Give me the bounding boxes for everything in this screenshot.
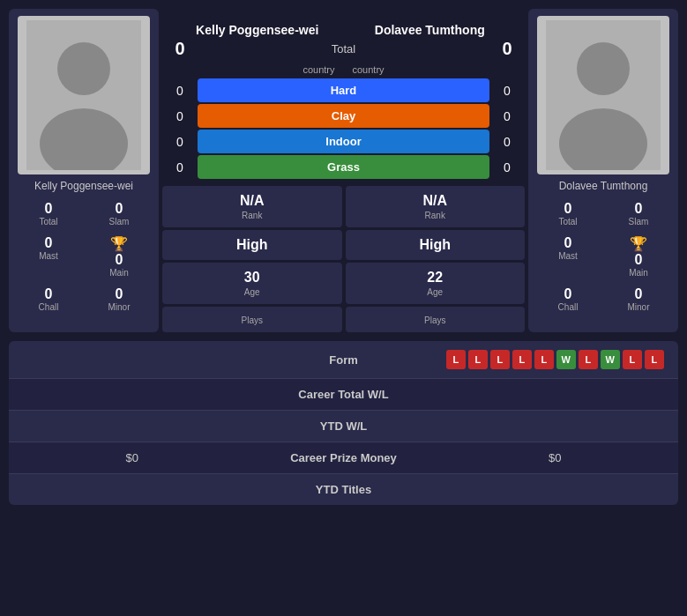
p2-country: country	[353, 64, 385, 75]
career-wl-right	[432, 386, 679, 404]
p2-high-card: High	[346, 230, 526, 260]
surface-rows: 0 Hard 0 0 Clay 0 0 Indoor 0 0 Grass 0	[162, 78, 525, 181]
p1-rank-value: N/A	[166, 193, 339, 209]
player2-slam-cell: 0 Slam	[604, 197, 673, 230]
player1-chall-value: 0	[14, 286, 83, 302]
ytd-titles-row: YTD Titles	[9, 474, 678, 505]
players-section: Kelly Poggensee-wei 0 Total 0 Slam 0 Mas…	[9, 9, 678, 332]
player1-stats: 0 Total 0 Slam 0 Mast 🏆 0 Main 0	[9, 197, 159, 315]
form-badges: LLLLLWLWLL	[439, 350, 672, 369]
total-row: 0 Total 0	[162, 39, 525, 59]
player2-chall-value: 0	[534, 286, 602, 302]
p2-plays-card: Plays	[346, 307, 526, 332]
player1-avatar	[18, 16, 150, 174]
surface-btn-grass[interactable]: Grass	[198, 155, 489, 179]
surface-left-hard: 0	[162, 84, 198, 98]
player2-total-label: Total	[534, 217, 602, 226]
player2-total-value: 0	[534, 201, 602, 217]
svg-point-4	[577, 42, 630, 95]
player1-slam-cell: 0 Slam	[85, 197, 153, 230]
form-label: Form	[256, 345, 432, 375]
player2-avatar	[537, 16, 669, 174]
player1-main-label: Main	[85, 268, 153, 278]
p2-rank-card: N/A Rank	[346, 186, 526, 227]
svg-point-1	[57, 42, 110, 95]
player2-name: Dolavee Tumthong	[556, 180, 652, 192]
player2-mast-value: 0	[534, 235, 602, 251]
player2-card: Dolavee Tumthong 0 Total 0 Slam 0 Mast 🏆…	[528, 9, 678, 332]
player2-minor-value: 0	[604, 286, 673, 302]
player1-main-cell: 🏆 0 Main	[85, 232, 153, 281]
player1-minor-value: 0	[85, 286, 153, 302]
player1-slam-value: 0	[85, 201, 153, 217]
form-badge-3: L	[512, 350, 532, 369]
p1-rank-card: N/A Rank	[162, 186, 342, 227]
country-row: country country	[162, 64, 525, 75]
bottom-table: Form LLLLLWLWLL Career Total W/L YTD W/L…	[9, 341, 678, 505]
form-left	[9, 351, 256, 368]
surface-right-grass: 0	[489, 160, 525, 174]
p1-rank-label: Rank	[166, 211, 339, 220]
total-left: 0	[162, 39, 198, 59]
player1-minor-label: Minor	[85, 302, 153, 312]
player1-chall-cell: 0 Chall	[14, 283, 83, 315]
player2-total-cell: 0 Total	[534, 197, 602, 230]
surface-btn-clay[interactable]: Clay	[198, 104, 489, 128]
player2-chall-cell: 0 Chall	[534, 283, 602, 315]
mid-stats-row: N/A Rank High 30 Age Plays	[162, 186, 525, 332]
surface-btn-indoor[interactable]: Indoor	[198, 130, 489, 153]
p2-high-value: High	[349, 237, 522, 253]
form-row: Form LLLLLWLWLL	[9, 341, 678, 379]
player2-minor-label: Minor	[604, 302, 673, 312]
player1-mast-label: Mast	[14, 251, 83, 261]
ytd-wl-row: YTD W/L	[9, 411, 678, 442]
player2-chall-label: Chall	[534, 302, 602, 312]
middle-panel: Kelly Poggensee-wei Dolavee Tumthong 0 T…	[162, 9, 525, 332]
right-mid-stats: N/A Rank High 22 Age Plays	[346, 186, 526, 332]
surface-btn-hard[interactable]: Hard	[198, 78, 489, 102]
player1-total-cell: 0 Total	[14, 197, 83, 230]
p1-high-card: High	[162, 230, 342, 260]
player1-minor-cell: 0 Minor	[85, 283, 153, 315]
surface-row-indoor: 0 Indoor 0	[162, 130, 525, 153]
prize-left: $0	[9, 442, 256, 473]
p1-plays-card: Plays	[162, 307, 342, 332]
p2-rank-value: N/A	[349, 193, 522, 209]
player2-main-label: Main	[604, 268, 673, 278]
form-badge-0: L	[446, 350, 466, 369]
player1-total-label: Total	[14, 217, 83, 226]
form-badge-9: L	[645, 350, 664, 369]
left-mid-stats: N/A Rank High 30 Age Plays	[162, 186, 342, 332]
form-badge-1: L	[468, 350, 488, 369]
p1-high-value: High	[166, 237, 339, 253]
player1-mast-value: 0	[14, 235, 83, 251]
p1-age-card: 30 Age	[162, 263, 342, 304]
p2-header-name: Dolavee Tumthong	[344, 16, 517, 37]
player2-mast-label: Mast	[534, 251, 602, 261]
player1-slam-label: Slam	[85, 217, 153, 226]
form-badge-7: W	[601, 350, 620, 369]
p1-age-value: 30	[166, 270, 339, 286]
surface-left-indoor: 0	[162, 135, 198, 149]
p2-age-label: Age	[349, 287, 522, 297]
ytd-titles-left	[9, 481, 256, 499]
ytd-wl-label: YTD W/L	[256, 411, 432, 442]
p2-rank-label: Rank	[349, 211, 522, 220]
player1-mast-cell: 0 Mast	[14, 232, 83, 281]
ytd-wl-right	[432, 418, 679, 435]
total-right: 0	[489, 39, 525, 59]
player1-card: Kelly Poggensee-wei 0 Total 0 Slam 0 Mas…	[9, 9, 159, 332]
surface-row-clay: 0 Clay 0	[162, 104, 525, 128]
player2-slam-value: 0	[604, 201, 673, 217]
form-badge-6: L	[579, 350, 598, 369]
surface-row-hard: 0 Hard 0	[162, 78, 525, 102]
p1-country: country	[302, 64, 334, 75]
p2-plays-label: Plays	[349, 315, 522, 325]
trophy1-icon: 🏆	[85, 235, 153, 252]
ytd-titles-label: YTD Titles	[256, 474, 432, 505]
surface-left-clay: 0	[162, 109, 198, 123]
form-badge-4: L	[534, 350, 554, 369]
player2-mast-cell: 0 Mast	[534, 232, 602, 281]
form-badge-5: W	[556, 350, 576, 369]
player2-slam-label: Slam	[604, 217, 673, 226]
